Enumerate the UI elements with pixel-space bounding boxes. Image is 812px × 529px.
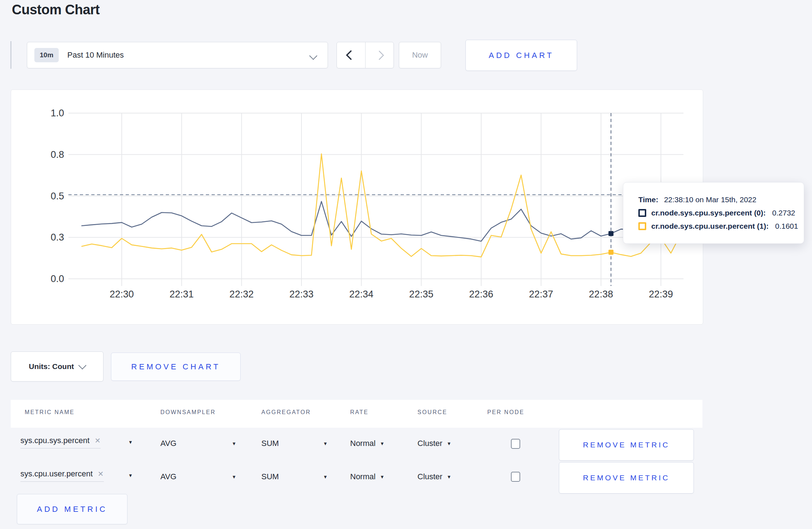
page-title: Custom Chart <box>12 2 100 18</box>
clear-metric-icon[interactable]: ✕ <box>95 436 101 445</box>
prev-range-button[interactable] <box>337 42 365 68</box>
cpu-usage-chart[interactable]: 0.00.30.50.81.022:3022:3122:3222:3322:34… <box>11 90 703 324</box>
time-range-badge: 10m <box>34 48 59 62</box>
aggregator-select[interactable]: SUM ▼ <box>261 439 328 448</box>
x-axis-tick-label: 22:35 <box>409 289 434 300</box>
source-select[interactable]: Cluster ▼ <box>417 472 451 481</box>
time-range-arrows <box>337 42 394 68</box>
source-value: Cluster <box>417 439 443 448</box>
custom-chart-page: Custom Chart 10m Past 10 Minutes Now ADD… <box>0 0 812 529</box>
remove-metric-button[interactable]: REMOVE METRIC <box>559 429 694 461</box>
user-series-legend-icon <box>638 222 646 230</box>
per-node-checkbox[interactable] <box>511 439 520 449</box>
downsampler-select[interactable]: AVG ▼ <box>160 439 236 448</box>
caret-down-icon: ▼ <box>380 474 385 480</box>
x-axis-tick-label: 22:31 <box>170 289 194 300</box>
downsampler-value: AVG <box>160 439 177 448</box>
now-button[interactable]: Now <box>399 42 441 68</box>
metrics-table-header: METRIC NAME DOWNSAMPLER AGGREGATOR RATE … <box>11 400 702 428</box>
tooltip-series-name: cr.node.sys.cpu.sys.percent (0): <box>651 209 766 217</box>
tooltip-series-value: 0.2732 <box>772 209 795 217</box>
caret-down-icon[interactable]: ▼ <box>128 473 133 478</box>
x-axis-tick-label: 22:32 <box>229 289 254 300</box>
rate-select[interactable]: Normal ▼ <box>350 472 385 481</box>
series-line-sys <box>82 202 681 241</box>
col-header-metric-name: METRIC NAME <box>25 409 75 416</box>
x-axis-tick-label: 22:37 <box>529 289 554 300</box>
chevron-down-icon <box>78 361 87 370</box>
caret-down-icon[interactable]: ▼ <box>128 440 133 445</box>
aggregator-select[interactable]: SUM ▼ <box>261 472 328 481</box>
tooltip-series-value: 0.1601 <box>775 222 798 230</box>
metric-name: sys.cpu.sys.percent <box>20 436 90 445</box>
y-axis-tick-label: 1.0 <box>50 108 64 118</box>
rate-value: Normal <box>350 439 376 448</box>
downsampler-select[interactable]: AVG ▼ <box>160 472 236 481</box>
chevron-down-icon <box>309 52 318 60</box>
aggregator-value: SUM <box>261 472 279 481</box>
chevron-right-icon <box>374 50 384 60</box>
next-range-button[interactable] <box>366 42 394 68</box>
tooltip-time-label: Time: <box>638 195 658 204</box>
add-metric-button[interactable]: ADD METRIC <box>17 494 127 524</box>
hover-point-user <box>609 250 614 255</box>
tooltip-series-name: cr.node.sys.cpu.user.percent (1): <box>651 222 769 230</box>
chart-card: 0.00.30.50.81.022:3022:3122:3222:3322:34… <box>11 89 703 325</box>
tooltip-series-row: cr.node.sys.cpu.user.percent (1): 0.1601 <box>638 222 804 230</box>
x-axis-tick-label: 22:39 <box>649 289 673 300</box>
remove-metric-button[interactable]: REMOVE METRIC <box>559 462 694 494</box>
caret-down-icon: ▼ <box>323 441 328 446</box>
caret-down-icon: ▼ <box>447 441 451 446</box>
chevron-left-icon <box>346 50 356 60</box>
metric-name: sys.cpu.user.percent <box>20 469 93 479</box>
hover-point-sys <box>609 231 614 236</box>
chart-tooltip: Time: 22:38:10 on Mar 15th, 2022 cr.node… <box>623 182 804 244</box>
metric-name-select[interactable]: sys.cpu.user.percent ✕ <box>20 469 104 482</box>
source-select[interactable]: Cluster ▼ <box>417 439 451 448</box>
clear-metric-icon[interactable]: ✕ <box>98 470 104 478</box>
y-axis-tick-label: 0.8 <box>50 149 64 160</box>
col-header-downsampler: DOWNSAMPLER <box>160 409 216 416</box>
caret-down-icon: ▼ <box>380 441 385 446</box>
x-axis-tick-label: 22:34 <box>349 289 374 300</box>
tooltip-series-row: cr.node.sys.cpu.sys.percent (0): 0.2732 <box>638 209 804 217</box>
caret-down-icon: ▼ <box>232 474 236 480</box>
downsampler-value: AVG <box>160 472 177 481</box>
x-axis-tick-label: 22:30 <box>110 289 134 300</box>
units-label: Units: Count <box>29 362 74 371</box>
metric-name-select[interactable]: sys.cpu.sys.percent ✕ <box>20 436 101 448</box>
toolbar-divider <box>10 41 11 69</box>
caret-down-icon: ▼ <box>447 474 451 480</box>
per-node-checkbox[interactable] <box>511 472 520 482</box>
col-header-source: SOURCE <box>417 409 447 416</box>
time-range-label: Past 10 Minutes <box>67 50 124 60</box>
add-chart-button[interactable]: ADD CHART <box>465 40 577 71</box>
y-axis-tick-label: 0.0 <box>50 273 64 284</box>
col-header-aggregator: AGGREGATOR <box>261 409 311 416</box>
units-selector[interactable]: Units: Count <box>11 351 103 382</box>
sys-series-legend-icon <box>638 209 646 217</box>
y-axis-tick-label: 0.5 <box>50 191 64 202</box>
col-header-per-node: PER NODE <box>487 409 525 416</box>
col-header-rate: RATE <box>350 409 368 416</box>
x-axis-tick-label: 22:38 <box>589 289 613 300</box>
source-value: Cluster <box>417 472 443 481</box>
rate-select[interactable]: Normal ▼ <box>350 439 385 448</box>
remove-chart-button[interactable]: REMOVE CHART <box>111 353 241 381</box>
caret-down-icon: ▼ <box>323 474 328 480</box>
series-line-user <box>82 154 681 257</box>
x-axis-tick-label: 22:36 <box>469 289 493 300</box>
x-axis-tick-label: 22:33 <box>289 289 314 300</box>
caret-down-icon: ▼ <box>232 441 236 446</box>
time-range-selector[interactable]: 10m Past 10 Minutes <box>27 42 328 68</box>
aggregator-value: SUM <box>261 439 279 448</box>
tooltip-time-value: 22:38:10 on Mar 15th, 2022 <box>664 195 757 204</box>
rate-value: Normal <box>350 472 376 481</box>
y-axis-tick-label: 0.3 <box>50 232 64 243</box>
tooltip-time-row: Time: 22:38:10 on Mar 15th, 2022 <box>638 195 804 204</box>
